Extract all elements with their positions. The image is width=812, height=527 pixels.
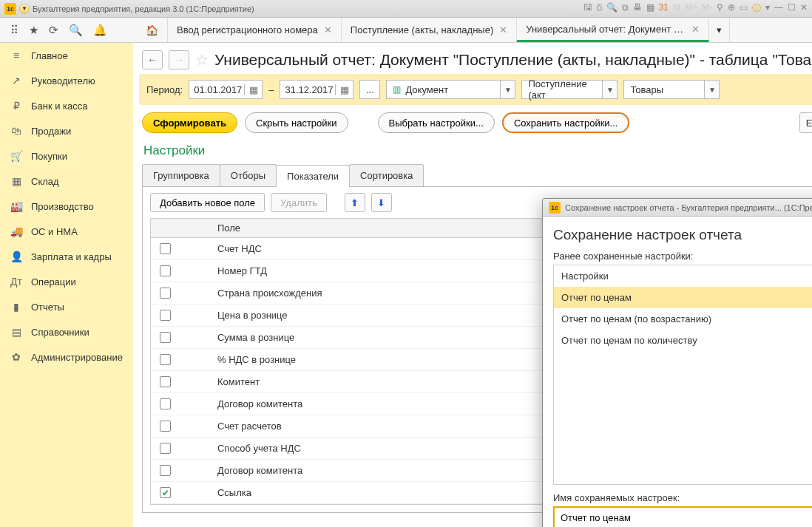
dialog-titlebar[interactable]: 1c Сохранение настроек отчета - Бухгалте… — [543, 199, 812, 217]
sidebar-item-9[interactable]: ДтОперации — [0, 269, 133, 294]
add-field-button[interactable]: Добавить новое поле — [150, 193, 265, 212]
object-type-select[interactable]: ▥Документ ▼ — [386, 80, 515, 99]
row-checkbox[interactable] — [160, 288, 171, 299]
delete-field-button: Удалить — [271, 193, 327, 212]
sidebar-item-0[interactable]: ≡Главное — [0, 43, 133, 68]
calendar-icon[interactable]: ▦ — [244, 84, 262, 95]
calendar-icon[interactable]: ▦ — [335, 84, 353, 95]
apps-icon[interactable]: ⠿ — [10, 24, 18, 37]
row-checkbox[interactable] — [160, 398, 171, 409]
row-checkbox[interactable] — [160, 376, 171, 387]
row-checkbox[interactable] — [160, 310, 171, 321]
calendar31-icon[interactable]: 31 — [659, 2, 669, 15]
sidebar-item-12[interactable]: ✿Администрирование — [0, 344, 133, 370]
history-icon[interactable]: ⟳ — [49, 24, 58, 37]
prev-saved-label: Ранее сохраненные настройки: — [553, 251, 812, 262]
print2-icon[interactable]: 🖶 — [633, 2, 642, 15]
row-checkbox[interactable] — [160, 332, 171, 343]
more-button[interactable]: Еще▾ — [799, 112, 812, 133]
row-checkbox[interactable] — [160, 443, 171, 454]
settings-tabs: ГруппировкаОтборыПоказателиСортировка — [142, 164, 812, 187]
notifications-icon[interactable]: 🔔 — [93, 24, 107, 37]
sidebar-icon: ✿ — [10, 351, 22, 363]
tb-chev-icon[interactable]: ▾ — [765, 2, 770, 15]
close-icon[interactable]: ✕ — [324, 24, 332, 35]
save-settings-dialog: 1c Сохранение настроек отчета - Бухгалте… — [542, 198, 812, 527]
row-checkbox[interactable] — [160, 243, 171, 254]
move-down-button[interactable]: ⬇ — [371, 193, 392, 212]
zoom-in-icon[interactable]: ⊕ — [728, 2, 735, 15]
compare-icon[interactable]: ⧉ — [622, 2, 629, 15]
sidebar-item-5[interactable]: ▦Склад — [0, 169, 133, 194]
date-from-input[interactable]: 01.01.2017 ▦ — [189, 80, 263, 99]
sidebar-item-label: Отчеты — [31, 302, 64, 313]
sidebar-icon: ▮ — [10, 301, 22, 313]
save-settings-button[interactable]: Сохранить настройки... — [502, 112, 630, 133]
minimize-icon[interactable]: — — [774, 2, 783, 15]
settings-tab-1[interactable]: Отборы — [220, 164, 277, 186]
period-picker-button[interactable]: ... — [359, 80, 380, 99]
period-label: Период: — [146, 84, 183, 95]
sidebar-item-1[interactable]: ↗Руководителю — [0, 68, 133, 93]
row-checkbox[interactable]: ✔ — [160, 487, 171, 498]
saved-list-item[interactable]: Отчет по ценам (по возрастанию) — [554, 308, 812, 330]
tab-0[interactable]: Ввод регистрационного номера ✕ — [168, 18, 342, 42]
sidebar-item-11[interactable]: ▤Справочники — [0, 319, 133, 344]
settings-section-title: Настройки — [133, 140, 812, 161]
saved-list-item[interactable]: Настройки — [554, 265, 812, 287]
tab-2[interactable]: Универсальный отчет: Документ "Поступлен… — [517, 18, 709, 42]
sidebar-item-10[interactable]: ▮Отчеты — [0, 294, 133, 319]
document-icon: ▥ — [393, 84, 401, 95]
saved-list-item[interactable]: Отчет по ценам по количеству — [554, 330, 812, 351]
settings-name-input[interactable] — [555, 508, 812, 527]
move-up-button[interactable]: ⬆ — [345, 193, 365, 212]
sidebar-item-6[interactable]: 🏭Производство — [0, 194, 133, 219]
saved-list-item[interactable]: Отчет по ценам — [554, 287, 812, 308]
star-icon[interactable]: ☆ — [195, 51, 209, 69]
sidebar-item-8[interactable]: 👤Зарплата и кадры — [0, 244, 133, 269]
row-checkbox[interactable] — [160, 354, 171, 365]
calc-icon[interactable]: ▭ — [740, 2, 748, 15]
sidebar-item-label: Операции — [31, 276, 76, 288]
search-icon[interactable]: 🔍 — [69, 24, 83, 37]
settings-tab-0[interactable]: Группировка — [142, 164, 220, 186]
app-menu-dropdown[interactable]: ▼ — [19, 4, 30, 14]
sidebar-item-7[interactable]: 🚚ОС и НМА — [0, 219, 133, 244]
chevron-down-icon[interactable]: ▼ — [603, 80, 618, 99]
sidebar-item-2[interactable]: ₽Банк и касса — [0, 93, 133, 118]
nav-back-button[interactable]: ← — [142, 50, 163, 69]
source-select[interactable]: Поступление (акт ▼ — [521, 80, 618, 99]
nav-fwd-button[interactable]: → — [169, 50, 189, 69]
save-icon[interactable]: 🖫 — [583, 2, 592, 15]
chevron-down-icon[interactable]: ▼ — [705, 80, 720, 99]
maximize-icon[interactable]: ☐ — [788, 2, 796, 15]
row-checkbox[interactable] — [160, 421, 171, 432]
sidebar-item-label: Производство — [31, 201, 94, 212]
tab-1[interactable]: Поступление (акты, накладные) ✕ — [342, 18, 517, 42]
close-icon[interactable]: ✕ — [691, 24, 700, 35]
table-select[interactable]: Товары ▼ — [623, 80, 720, 99]
mplus-icon: M+ — [685, 2, 697, 15]
tab-overflow[interactable]: ▾ — [709, 18, 730, 42]
info-icon[interactable]: ⓘ — [752, 2, 761, 15]
close-icon[interactable]: ✕ — [499, 24, 507, 35]
sidebar-item-3[interactable]: 🛍Продажи — [0, 118, 133, 143]
zoom-out-icon[interactable]: ⚲ — [717, 2, 723, 15]
settings-tab-2[interactable]: Показатели — [276, 165, 350, 187]
settings-tab-3[interactable]: Сортировка — [349, 164, 424, 186]
row-checkbox[interactable] — [160, 465, 171, 476]
print-icon[interactable]: ⎙ — [597, 2, 602, 15]
favorite-icon[interactable]: ★ — [29, 24, 38, 37]
choose-settings-button[interactable]: Выбрать настройки... — [378, 112, 495, 133]
chevron-down-icon[interactable]: ▼ — [501, 80, 515, 99]
calendar-icon[interactable]: ▦ — [646, 2, 654, 15]
date-to-input[interactable]: 31.12.2017 ▦ — [280, 80, 353, 99]
close-window-icon[interactable]: ✕ — [800, 2, 808, 15]
sidebar-item-4[interactable]: 🛒Покупки — [0, 143, 133, 169]
tab-home[interactable]: 🏠 — [137, 18, 168, 42]
saved-settings-list[interactable]: НастройкиОтчет по ценамОтчет по ценам (п… — [553, 265, 812, 485]
form-button[interactable]: Сформировать — [142, 112, 237, 133]
row-checkbox[interactable] — [160, 265, 171, 276]
hide-settings-button[interactable]: Скрыть настройки — [245, 112, 348, 133]
preview-icon[interactable]: 🔍 — [606, 2, 618, 15]
